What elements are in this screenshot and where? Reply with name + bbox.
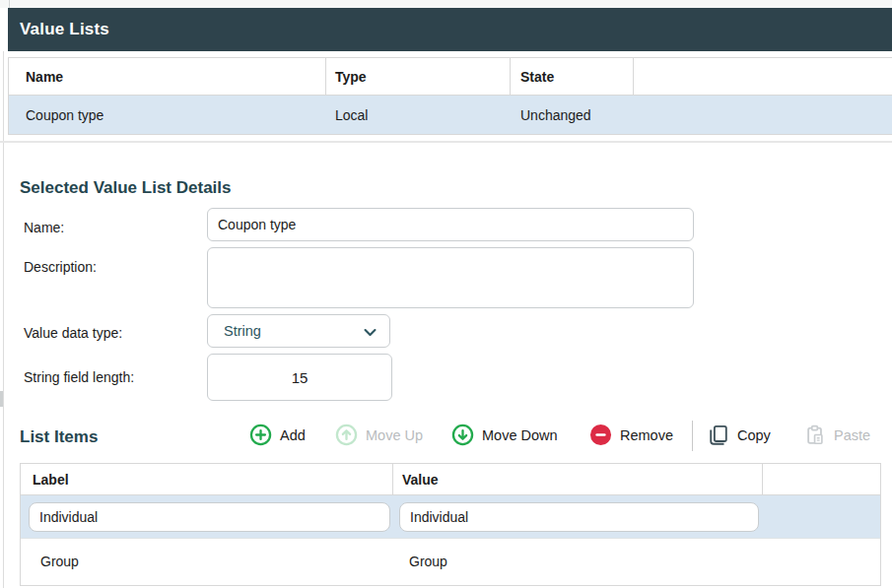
value-lists-table: Name Type State Coupon type Local Unchan…	[8, 57, 892, 135]
description-label: Description:	[24, 259, 97, 275]
list-item-row-group[interactable]: Group Group	[21, 539, 880, 584]
table-row-coupon-type[interactable]: Coupon type Local Unchanged	[9, 96, 892, 134]
list-item-row-individual[interactable]	[21, 495, 880, 539]
section-divider	[0, 141, 892, 143]
column-header-label[interactable]: Label	[21, 464, 393, 494]
circle-plus-icon	[249, 424, 272, 446]
copy-button[interactable]: Copy	[708, 423, 771, 447]
move-down-button[interactable]: Move Down	[451, 423, 558, 447]
window-top-strip	[0, 0, 892, 8]
move-up-button[interactable]: Move Up	[335, 423, 423, 447]
window-top-strip-divider	[9, 0, 10, 8]
details-heading: Selected Value List Details	[20, 178, 231, 198]
circle-arrow-up-icon	[335, 424, 358, 446]
circle-minus-icon	[589, 424, 612, 446]
value-data-type-label: Value data type:	[24, 325, 122, 341]
column-header-value[interactable]: Value	[393, 464, 763, 494]
panel-left-divider	[3, 51, 4, 588]
cell-label: Group	[21, 554, 393, 569]
value-lists-panel: Value Lists Name Type State Coupon type …	[0, 0, 892, 588]
value-data-type-selected: String	[224, 323, 261, 339]
toolbar-divider	[692, 421, 693, 451]
move-up-button-label: Move Up	[366, 427, 423, 443]
paste-button[interactable]: Paste	[804, 423, 870, 447]
scrollbar-thumb[interactable]	[0, 391, 3, 407]
paste-icon	[804, 425, 826, 446]
column-header-type[interactable]: Type	[326, 58, 511, 95]
move-down-button-label: Move Down	[482, 427, 558, 443]
name-label: Name:	[24, 220, 64, 235]
cell-value: Group	[393, 554, 763, 569]
add-button-label: Add	[280, 427, 306, 443]
list-items-heading: List Items	[20, 427, 98, 447]
remove-button[interactable]: Remove	[589, 423, 673, 447]
cell-name: Coupon type	[9, 107, 326, 123]
item-label-field[interactable]	[29, 502, 390, 532]
cell-type: Local	[326, 107, 511, 123]
list-items-table: Label Value Group Group	[20, 463, 881, 586]
description-field[interactable]	[207, 247, 694, 308]
item-value-field[interactable]	[399, 502, 759, 532]
copy-button-label: Copy	[737, 427, 771, 443]
cell-state: Unchanged	[511, 107, 634, 123]
page-title: Value Lists	[20, 20, 109, 39]
value-lists-table-header: Name Type State	[9, 58, 892, 96]
name-field[interactable]	[207, 208, 694, 241]
list-items-table-header: Label Value	[21, 464, 880, 495]
string-field-length-field[interactable]	[207, 354, 392, 401]
titlebar: Value Lists	[8, 8, 892, 51]
chevron-down-icon	[362, 324, 378, 341]
circle-arrow-down-icon	[451, 424, 474, 446]
copy-icon	[708, 425, 729, 446]
paste-button-label: Paste	[834, 427, 870, 443]
column-header-state[interactable]: State	[511, 58, 634, 95]
add-button[interactable]: Add	[249, 423, 306, 447]
string-field-length-label: String field length:	[24, 369, 134, 385]
column-header-name[interactable]: Name	[9, 58, 326, 95]
remove-button-label: Remove	[620, 427, 673, 443]
value-data-type-select[interactable]: String	[207, 314, 390, 348]
